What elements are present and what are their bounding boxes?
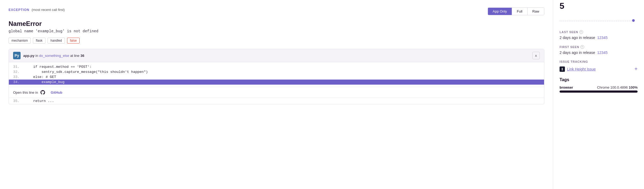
error-message: global name 'example_bug' is not defined — [9, 29, 544, 33]
exception-subtitle: (most recent call first) — [30, 8, 65, 12]
line-num-35: 35. — [9, 99, 25, 103]
line-num-31: 31. — [9, 65, 25, 69]
browser-label: browser — [560, 85, 573, 89]
sparkline-svg — [560, 13, 638, 24]
last-seen-label: LAST SEEN ? — [560, 30, 638, 34]
in-label: in — [36, 54, 39, 58]
code-line-31: 31. if request.method == 'POST': — [9, 64, 544, 69]
function-name: do_something_else — [39, 54, 69, 58]
browser-tag-header: browser Chrome 100.0.4896 100% — [560, 85, 638, 89]
tag-false[interactable]: false — [67, 38, 80, 44]
open-in-label: Open this line in — [13, 90, 38, 94]
browser-bar-bg — [560, 90, 638, 93]
event-count: 5 — [560, 0, 638, 11]
app-only-button[interactable]: App Only — [488, 8, 512, 15]
code-frame-header-left: Py app.py in do_something_else at line 3… — [13, 52, 84, 59]
code-frame-header: Py app.py in do_something_else at line 3… — [9, 49, 544, 62]
exception-label-area: EXCEPTION (most recent call first) — [9, 7, 65, 12]
github-link[interactable]: GitHub — [51, 90, 62, 94]
svg-point-1 — [632, 19, 635, 22]
code-line-35-area: 35. return ... — [9, 98, 544, 104]
issue-link[interactable]: Link Height Issue — [567, 67, 596, 71]
first-seen-section: FIRST SEEN ? 2 days ago in release 12345 — [560, 45, 638, 55]
tags-section: Tags browser Chrome 100.0.4896 100% — [560, 77, 638, 93]
issue-tracking-row: Link Height Issue + — [560, 66, 638, 72]
tags-title: Tags — [560, 77, 638, 82]
code-lines: 31. if request.method == 'POST': 32. sen… — [9, 62, 544, 87]
collapse-button[interactable]: ∧ — [532, 52, 540, 59]
view-toggle: App Only Full Raw — [488, 7, 544, 15]
tag-flask[interactable]: flask — [33, 38, 45, 44]
tag-mechanism[interactable]: mechanism — [9, 38, 31, 44]
first-seen-release-link[interactable]: 12345 — [597, 50, 608, 55]
code-frame: Py app.py in do_something_else at line 3… — [9, 49, 544, 104]
add-issue-button[interactable]: + — [634, 66, 638, 72]
code-line-33: 33. else: # GET — [9, 74, 544, 80]
browser-tag-row: browser Chrome 100.0.4896 100% — [560, 85, 638, 93]
filename: app.py — [23, 54, 34, 58]
line-number-label: 36 — [80, 54, 84, 58]
browser-bar-fill — [560, 90, 638, 93]
first-seen-help-icon[interactable]: ? — [580, 45, 584, 49]
issue-tracking-label: ISSUE TRACKING — [560, 60, 638, 63]
code-line-34: 34. example_bug — [9, 80, 544, 85]
first-seen-value: 2 days ago in release 12345 — [560, 50, 638, 55]
tag-handled[interactable]: handled — [48, 38, 65, 44]
last-seen-release-link[interactable]: 12345 — [597, 36, 608, 40]
github-link-row: Open this line in GitHub — [9, 87, 544, 98]
browser-value-pct: Chrome 100.0.4896 100% — [597, 85, 638, 89]
full-button[interactable]: Full — [512, 8, 527, 15]
error-type: NameError — [9, 20, 544, 27]
last-seen-value: 2 days ago in release 12345 — [560, 36, 638, 40]
line-num-34: 34. — [9, 80, 25, 84]
issue-tracking-section: ISSUE TRACKING Link Height Issue + — [560, 60, 638, 72]
code-content-31: if request.method == 'POST': — [25, 65, 544, 69]
code-content-34: example_bug — [25, 80, 544, 84]
code-line-32: 32. sentry_sdk.capture_message("this sho… — [9, 69, 544, 74]
issue-tracking-left: Link Height Issue — [560, 66, 596, 72]
code-content-33: else: # GET — [25, 75, 544, 79]
sparkline — [560, 13, 638, 24]
exception-label: EXCEPTION — [9, 8, 29, 12]
line-num-32: 32. — [9, 70, 25, 74]
code-content-32: sentry_sdk.capture_message("this shouldn… — [25, 70, 544, 74]
python-icon: Py — [13, 52, 21, 59]
line-num-33: 33. — [9, 75, 25, 79]
first-seen-label: FIRST SEEN ? — [560, 45, 638, 49]
exception-header: EXCEPTION (most recent call first) App O… — [9, 7, 544, 15]
height-icon — [560, 66, 565, 72]
last-seen-section: LAST SEEN ? 2 days ago in release 12345 — [560, 30, 638, 40]
code-content-35: return ... — [25, 99, 544, 103]
github-icon — [40, 90, 45, 95]
raw-button[interactable]: Raw — [527, 8, 544, 15]
file-path: app.py in do_something_else at line 36 — [23, 54, 84, 58]
at-label: at line — [70, 54, 80, 58]
exception-tags: mechanism flask handled false — [9, 38, 544, 44]
last-seen-help-icon[interactable]: ? — [579, 30, 583, 34]
